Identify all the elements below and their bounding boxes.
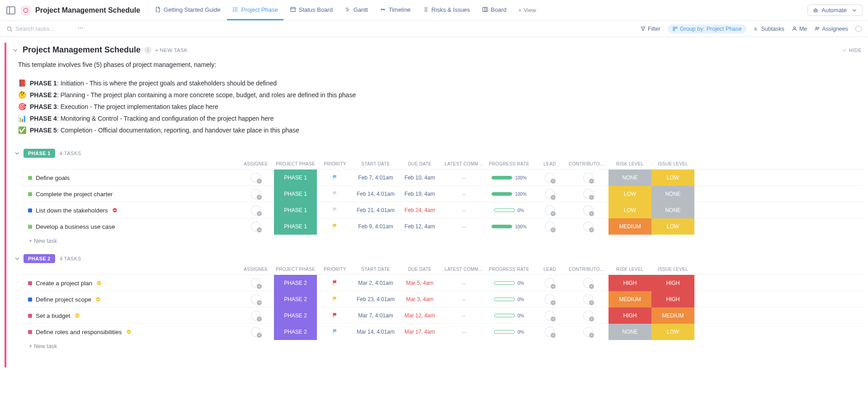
risk-level-cell[interactable]: NONE: [609, 170, 651, 186]
add-contributor-icon[interactable]: [583, 311, 593, 321]
subtasks-button[interactable]: Subtasks: [754, 26, 784, 32]
info-icon[interactable]: i: [144, 47, 151, 54]
more-options-icon[interactable]: [75, 23, 86, 35]
column-header[interactable]: DUE DATE: [398, 159, 441, 169]
add-contributor-icon[interactable]: [583, 189, 593, 199]
issue-level-cell[interactable]: LOW: [651, 218, 694, 235]
priority-cell[interactable]: [317, 207, 353, 213]
group-by-button[interactable]: Group by: Project Phase: [668, 24, 746, 33]
add-assignee-icon[interactable]: [251, 222, 261, 231]
column-header[interactable]: LATEST COMM…: [441, 264, 486, 274]
priority-cell[interactable]: [317, 280, 353, 286]
risk-level-cell[interactable]: LOW: [609, 202, 651, 218]
task-row[interactable]: List down the stakeholders PHASE 1 Feb 2…: [21, 202, 863, 218]
priority-cell[interactable]: [317, 175, 353, 181]
latest-comment-cell[interactable]: –: [441, 312, 486, 319]
me-button[interactable]: Me: [792, 26, 807, 32]
due-date-cell[interactable]: Feb 12, 4am: [398, 223, 441, 230]
add-assignee-icon[interactable]: [251, 189, 261, 199]
add-contributor-icon[interactable]: [583, 205, 593, 215]
priority-cell[interactable]: [317, 296, 353, 302]
assignee-cell[interactable]: [238, 205, 274, 215]
due-date-cell[interactable]: Feb 10, 4am: [398, 175, 441, 181]
contributors-cell[interactable]: [568, 327, 609, 337]
issue-level-cell[interactable]: HIGH: [651, 275, 694, 291]
new-task-button[interactable]: + NEW TASK: [155, 47, 188, 53]
assignees-button[interactable]: Assignees: [814, 26, 848, 32]
assignee-cell[interactable]: [238, 311, 274, 321]
tab-gantt[interactable]: Gantt: [339, 0, 373, 20]
priority-cell[interactable]: [317, 223, 353, 230]
column-header[interactable]: LEAD: [532, 159, 568, 169]
assignee-cell[interactable]: [238, 278, 274, 288]
due-date-cell[interactable]: Mar 3, 4am: [398, 296, 441, 302]
status-square-icon[interactable]: [28, 281, 32, 285]
progress-cell[interactable]: 0%: [486, 297, 532, 302]
contributors-cell[interactable]: [568, 294, 609, 304]
start-date-cell[interactable]: Mar 14, 4:01am: [353, 329, 398, 335]
contributors-cell[interactable]: [568, 278, 609, 288]
show-closed-toggle[interactable]: [855, 26, 862, 32]
column-header[interactable]: PROJECT PHASE: [274, 159, 317, 169]
task-row[interactable]: Complete the project charter PHASE 1 Feb…: [21, 185, 863, 202]
automate-button[interactable]: Automate: [807, 5, 863, 16]
lead-cell[interactable]: [532, 311, 568, 321]
column-header[interactable]: PROGRESS RATE: [486, 159, 532, 169]
add-assignee-icon[interactable]: [251, 278, 261, 288]
group-label[interactable]: PHASE 2: [24, 254, 55, 263]
contributors-cell[interactable]: [568, 311, 609, 321]
column-header[interactable]: RISK LEVEL: [609, 159, 651, 169]
column-header[interactable]: RISK LEVEL: [609, 264, 651, 274]
latest-comment-cell[interactable]: –: [441, 207, 486, 214]
phase-cell[interactable]: PHASE 1: [274, 202, 317, 218]
task-row[interactable]: Define project scope PHASE 2 Feb 23, 4:0…: [21, 291, 863, 307]
assignee-cell[interactable]: [238, 294, 274, 304]
contributors-cell[interactable]: [568, 205, 609, 215]
tab-board[interactable]: Board: [476, 0, 512, 20]
column-header[interactable]: ISSUE LEVEL: [651, 264, 694, 274]
phase-cell[interactable]: PHASE 2: [274, 324, 317, 340]
start-date-cell[interactable]: Mar 2, 4:01am: [353, 280, 398, 286]
progress-cell[interactable]: 100%: [486, 224, 532, 229]
tab-timeline[interactable]: Timeline: [374, 0, 416, 20]
filter-button[interactable]: Filter: [640, 26, 660, 32]
lead-cell[interactable]: [532, 205, 568, 215]
add-contributor-icon[interactable]: [583, 327, 593, 337]
add-lead-icon[interactable]: [545, 205, 555, 215]
tab-getting-started[interactable]: Getting Started Guide: [149, 0, 226, 20]
add-lead-icon[interactable]: [545, 222, 555, 231]
phase-cell[interactable]: PHASE 1: [274, 170, 317, 186]
progress-cell[interactable]: 0%: [486, 330, 532, 335]
due-date-cell[interactable]: Feb 19, 4am: [398, 191, 441, 197]
add-lead-icon[interactable]: [545, 189, 555, 199]
column-header[interactable]: PRIORITY: [317, 264, 353, 274]
contributors-cell[interactable]: [568, 189, 609, 199]
priority-cell[interactable]: [317, 329, 353, 335]
tab-project-phase[interactable]: Project Phase: [227, 0, 283, 20]
lead-cell[interactable]: [532, 189, 568, 199]
add-contributor-icon[interactable]: [583, 294, 593, 304]
add-assignee-icon[interactable]: [251, 311, 261, 321]
issue-level-cell[interactable]: NONE: [651, 202, 694, 218]
add-assignee-icon[interactable]: [251, 327, 261, 337]
add-contributor-icon[interactable]: [583, 173, 593, 183]
add-view-button[interactable]: + View: [513, 7, 542, 14]
lead-cell[interactable]: [532, 222, 568, 231]
new-task-row[interactable]: + New task: [10, 340, 863, 349]
task-row[interactable]: Create a project plan PHASE 2 Mar 2, 4:0…: [21, 274, 863, 291]
add-lead-icon[interactable]: [545, 294, 555, 304]
status-square-icon[interactable]: [28, 314, 32, 318]
progress-cell[interactable]: 0%: [486, 208, 532, 213]
tab-status-board[interactable]: Status Board: [284, 0, 338, 20]
group-collapse-icon[interactable]: [14, 255, 21, 262]
contributors-cell[interactable]: [568, 222, 609, 231]
column-header[interactable]: PRIORITY: [317, 159, 353, 169]
latest-comment-cell[interactable]: –: [441, 175, 486, 181]
status-square-icon[interactable]: [28, 208, 32, 212]
due-date-cell[interactable]: Mar 5, 4am: [398, 280, 441, 286]
column-header[interactable]: CONTRIBUTOR/S: [568, 159, 609, 169]
issue-level-cell[interactable]: HIGH: [651, 291, 694, 307]
column-header[interactable]: LEAD: [532, 264, 568, 274]
column-header[interactable]: START DATE: [353, 159, 398, 169]
progress-cell[interactable]: 100%: [486, 175, 532, 180]
